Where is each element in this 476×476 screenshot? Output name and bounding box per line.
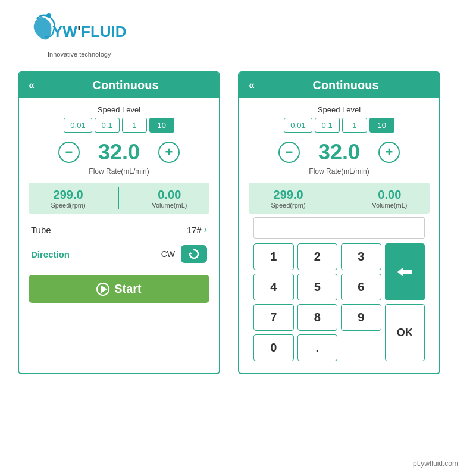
- key-5[interactable]: 5: [298, 274, 338, 300]
- speed-btn-01-left[interactable]: 0.1: [95, 118, 120, 133]
- panel-right-header: « Continuous: [239, 73, 439, 98]
- panel-left: « Continuous Speed Level 0.01 0.1 1 10 −…: [18, 71, 220, 374]
- minus-btn-left[interactable]: −: [58, 142, 80, 163]
- rotate-btn-left[interactable]: [181, 245, 207, 263]
- flow-rate-label-left: Flow Rate(mL/min): [29, 167, 209, 176]
- flow-rate-row-right: − 32.0 +: [249, 140, 430, 165]
- speed-btn-1-right[interactable]: 1: [342, 118, 367, 133]
- speed-btn-1-left[interactable]: 1: [122, 118, 147, 133]
- cw-label-left: CW: [161, 249, 175, 259]
- svg-marker-3: [397, 267, 412, 277]
- volume-cell-left: 0.00 Volume(mL): [152, 188, 187, 209]
- direction-right-left: CW: [161, 245, 207, 263]
- keypad-info-row: 299.0 Speed(rpm) 0.00 Volume(mL): [249, 183, 430, 214]
- keypad-grid: 1 2 3 4 5 6 7 8 9: [253, 243, 425, 361]
- speed-label-right: Speed(rpm): [271, 202, 306, 209]
- speed-btn-10-right[interactable]: 10: [369, 118, 394, 133]
- speed-cell-left: 299.0 Speed(rpm): [51, 188, 86, 209]
- info-divider-right: [339, 187, 340, 209]
- volume-label-right: Volume(mL): [372, 202, 407, 209]
- speed-value-left: 299.0: [51, 188, 86, 202]
- key-0[interactable]: 0: [253, 334, 294, 361]
- speed-btn-10-left[interactable]: 10: [149, 118, 174, 133]
- svg-text:YW'FLUID: YW'FLUID: [52, 23, 127, 40]
- play-icon-left: [96, 283, 109, 296]
- key-3[interactable]: 3: [341, 243, 381, 270]
- minus-btn-right[interactable]: −: [278, 142, 300, 163]
- start-button-left[interactable]: Start: [29, 275, 209, 303]
- panel-right-body: Speed Level 0.01 0.1 1 10 − 32.0 + Flow …: [239, 98, 439, 373]
- tube-value-left: 17# ›: [187, 224, 207, 235]
- key-9[interactable]: 9: [341, 304, 381, 331]
- start-label-left: Start: [114, 282, 142, 296]
- panel-left-header: « Continuous: [19, 73, 219, 98]
- key-backspace[interactable]: [385, 243, 425, 300]
- plus-btn-left[interactable]: +: [158, 142, 180, 163]
- info-divider-left: [118, 187, 120, 209]
- speed-cell-right: 299.0 Speed(rpm): [271, 188, 306, 209]
- speed-buttons-right: 0.01 0.1 1 10: [249, 118, 430, 133]
- tube-chevron-left: ›: [204, 224, 207, 235]
- svg-point-0: [46, 13, 51, 18]
- panels-container: « Continuous Speed Level 0.01 0.1 1 10 −…: [18, 71, 440, 374]
- speed-label-left: Speed(rpm): [51, 202, 86, 209]
- footer-url: pt.ywfluid.com: [413, 459, 458, 468]
- speed-level-label-left: Speed Level: [29, 105, 209, 114]
- tube-label-left: Tube: [31, 225, 51, 235]
- speed-value-right: 299.0: [271, 188, 306, 202]
- key-2[interactable]: 2: [298, 243, 338, 270]
- panel-right-title: Continuous: [262, 79, 430, 92]
- key-ok[interactable]: OK: [385, 304, 425, 361]
- flow-rate-label-right: Flow Rate(mL/min): [249, 167, 430, 176]
- panel-left-title: Continuous: [42, 79, 209, 92]
- key-6[interactable]: 6: [341, 274, 381, 300]
- speed-level-label-right: Speed Level: [249, 105, 430, 114]
- flow-rate-row-left: − 32.0 +: [29, 140, 209, 165]
- volume-cell-right: 0.00 Volume(mL): [372, 188, 407, 209]
- plus-btn-right[interactable]: +: [378, 142, 400, 163]
- flow-value-right: 32.0: [309, 140, 369, 165]
- key-dot[interactable]: .: [298, 334, 338, 361]
- tube-row-left[interactable]: Tube 17# ›: [29, 220, 209, 240]
- speed-buttons-left: 0.01 0.1 1 10: [29, 118, 209, 133]
- info-row-left: 299.0 Speed(rpm) 0.00 Volume(mL): [29, 183, 209, 214]
- back-icon-left[interactable]: «: [29, 79, 35, 92]
- speed-btn-01-right[interactable]: 0.1: [315, 118, 340, 133]
- keypad-display[interactable]: [253, 217, 425, 239]
- volume-label-left: Volume(mL): [152, 202, 187, 209]
- svg-marker-2: [190, 252, 192, 254]
- key-8[interactable]: 8: [298, 304, 338, 331]
- panel-left-body: Speed Level 0.01 0.1 1 10 − 32.0 + Flow …: [19, 98, 219, 310]
- key-7[interactable]: 7: [253, 304, 294, 331]
- keypad-area: 1 2 3 4 5 6 7 8 9: [249, 214, 430, 366]
- direction-label-left: Direction: [31, 249, 70, 259]
- speed-btn-001-left[interactable]: 0.01: [64, 118, 92, 133]
- volume-value-right: 0.00: [372, 188, 407, 202]
- logo: YW'FLUID Innovative technology: [24, 12, 143, 60]
- volume-value-left: 0.00: [152, 188, 187, 202]
- key-4[interactable]: 4: [253, 274, 294, 300]
- direction-row-left: Direction CW: [29, 240, 209, 268]
- play-triangle-left: [101, 285, 107, 293]
- back-icon-right[interactable]: «: [249, 79, 255, 92]
- panel-right: « Continuous Speed Level 0.01 0.1 1 10 −…: [238, 71, 440, 374]
- logo-tagline: Innovative technology: [48, 51, 111, 58]
- flow-value-left: 32.0: [89, 140, 149, 165]
- key-1[interactable]: 1: [253, 243, 294, 270]
- speed-btn-001-right[interactable]: 0.01: [284, 118, 312, 133]
